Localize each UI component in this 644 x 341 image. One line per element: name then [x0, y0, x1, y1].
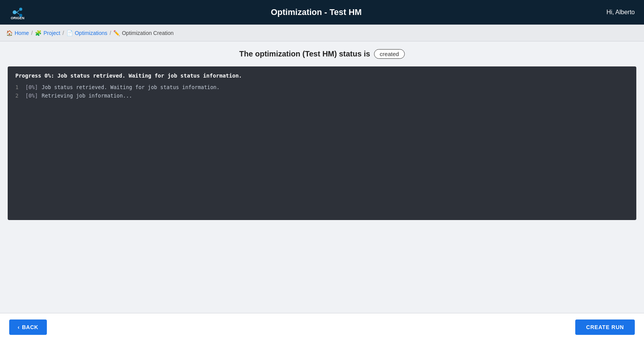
breadcrumb-home[interactable]: 🏠 Home: [6, 30, 29, 36]
header-title: Optimization - Test HM: [271, 7, 362, 17]
status-badge: created: [374, 49, 405, 59]
log-line-pct-2: [0%]: [25, 93, 38, 99]
bottom-bar: ‹ BACK CREATE RUN: [0, 313, 644, 341]
optimizations-icon: 📄: [66, 30, 73, 36]
project-icon: 🧩: [35, 30, 41, 36]
breadcrumb-project[interactable]: 🧩 Project: [35, 30, 60, 36]
svg-point-1: [19, 8, 22, 11]
back-chevron-icon: ‹: [18, 324, 20, 330]
log-line-2: 2 [0%] Retrieving job information...: [15, 93, 629, 99]
status-heading: The optimization (Test HM) status is cre…: [8, 49, 636, 59]
svg-line-3: [17, 10, 19, 12]
log-terminal: Progress 0%: Job status retrieved. Waiti…: [8, 66, 636, 220]
breadcrumb-optimization-creation: ✏️ Optimization Creation: [113, 30, 174, 36]
log-line-1: 1 [0%] Job status retrieved. Waiting for…: [15, 84, 629, 90]
main-content: The optimization (Test HM) status is cre…: [0, 41, 644, 313]
log-line-text-2: Retrieving job information...: [42, 93, 132, 99]
back-button[interactable]: ‹ BACK: [9, 319, 47, 335]
home-icon: 🏠: [6, 30, 13, 36]
svg-point-0: [13, 10, 17, 14]
log-header: Progress 0%: Job status retrieved. Waiti…: [15, 73, 629, 79]
breadcrumb-sep-1: /: [31, 30, 33, 36]
breadcrumb: 🏠 Home / 🧩 Project / 📄 Optimizations / ✏…: [0, 25, 644, 41]
logo-area: ORIGEN: [9, 4, 26, 21]
log-line-text-1: Job status retrieved. Waiting for job st…: [42, 84, 220, 90]
edit-icon: ✏️: [113, 30, 120, 36]
status-heading-text: The optimization (Test HM) status is: [239, 50, 370, 58]
breadcrumb-sep-2: /: [63, 30, 64, 36]
breadcrumb-optimizations[interactable]: 📄 Optimizations: [66, 30, 108, 36]
svg-line-4: [17, 12, 19, 14]
log-line-pct-1: [0%]: [25, 84, 38, 90]
create-run-button[interactable]: CREATE RUN: [575, 319, 635, 335]
log-line-num-2: 2: [15, 93, 22, 99]
svg-text:ORIGEN: ORIGEN: [11, 16, 25, 20]
origen-logo: ORIGEN: [9, 4, 26, 21]
log-line-num-1: 1: [15, 84, 22, 90]
header-user-greeting: Hi, Alberto: [606, 9, 635, 16]
breadcrumb-sep-3: /: [110, 30, 111, 36]
app-header: ORIGEN Optimization - Test HM Hi, Albert…: [0, 0, 644, 25]
